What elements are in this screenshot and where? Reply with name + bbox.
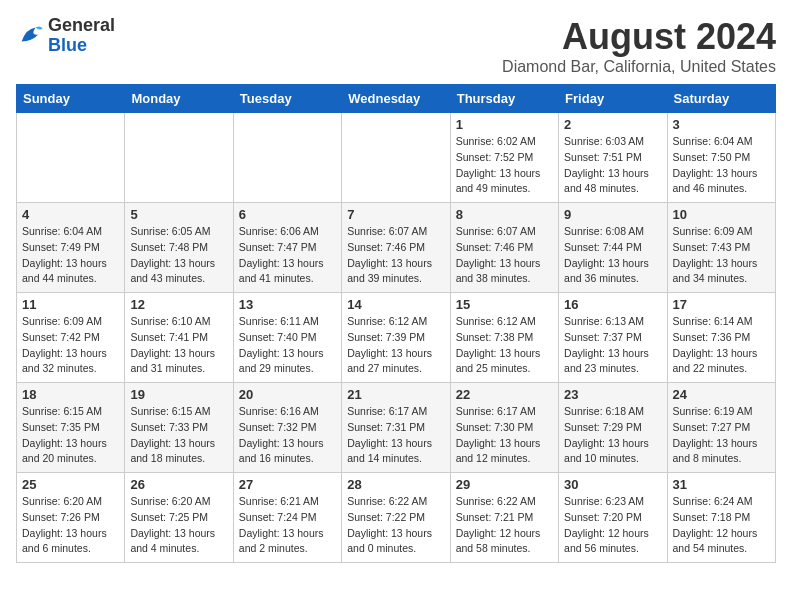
- day-number: 7: [347, 207, 444, 222]
- day-number: 26: [130, 477, 227, 492]
- weekday-header-row: Sunday Monday Tuesday Wednesday Thursday…: [17, 85, 776, 113]
- table-row: 25Sunrise: 6:20 AMSunset: 7:26 PMDayligh…: [17, 473, 125, 563]
- table-row: 28Sunrise: 6:22 AMSunset: 7:22 PMDayligh…: [342, 473, 450, 563]
- day-number: 1: [456, 117, 553, 132]
- header-monday: Monday: [125, 85, 233, 113]
- day-info: Sunrise: 6:02 AMSunset: 7:52 PMDaylight:…: [456, 134, 553, 197]
- calendar-table: Sunday Monday Tuesday Wednesday Thursday…: [16, 84, 776, 563]
- header-thursday: Thursday: [450, 85, 558, 113]
- table-row: 3Sunrise: 6:04 AMSunset: 7:50 PMDaylight…: [667, 113, 775, 203]
- day-info: Sunrise: 6:03 AMSunset: 7:51 PMDaylight:…: [564, 134, 661, 197]
- table-row: 8Sunrise: 6:07 AMSunset: 7:46 PMDaylight…: [450, 203, 558, 293]
- day-info: Sunrise: 6:12 AMSunset: 7:38 PMDaylight:…: [456, 314, 553, 377]
- day-info: Sunrise: 6:20 AMSunset: 7:26 PMDaylight:…: [22, 494, 119, 557]
- day-info: Sunrise: 6:08 AMSunset: 7:44 PMDaylight:…: [564, 224, 661, 287]
- table-row: 12Sunrise: 6:10 AMSunset: 7:41 PMDayligh…: [125, 293, 233, 383]
- table-row: 4Sunrise: 6:04 AMSunset: 7:49 PMDaylight…: [17, 203, 125, 293]
- day-info: Sunrise: 6:22 AMSunset: 7:21 PMDaylight:…: [456, 494, 553, 557]
- day-number: 23: [564, 387, 661, 402]
- table-row: 23Sunrise: 6:18 AMSunset: 7:29 PMDayligh…: [559, 383, 667, 473]
- day-number: 21: [347, 387, 444, 402]
- day-info: Sunrise: 6:04 AMSunset: 7:49 PMDaylight:…: [22, 224, 119, 287]
- day-info: Sunrise: 6:18 AMSunset: 7:29 PMDaylight:…: [564, 404, 661, 467]
- day-info: Sunrise: 6:23 AMSunset: 7:20 PMDaylight:…: [564, 494, 661, 557]
- day-info: Sunrise: 6:05 AMSunset: 7:48 PMDaylight:…: [130, 224, 227, 287]
- table-row: 7Sunrise: 6:07 AMSunset: 7:46 PMDaylight…: [342, 203, 450, 293]
- table-row: 2Sunrise: 6:03 AMSunset: 7:51 PMDaylight…: [559, 113, 667, 203]
- table-row: [17, 113, 125, 203]
- day-number: 10: [673, 207, 770, 222]
- table-row: 14Sunrise: 6:12 AMSunset: 7:39 PMDayligh…: [342, 293, 450, 383]
- day-number: 6: [239, 207, 336, 222]
- day-info: Sunrise: 6:07 AMSunset: 7:46 PMDaylight:…: [456, 224, 553, 287]
- day-number: 22: [456, 387, 553, 402]
- table-row: 6Sunrise: 6:06 AMSunset: 7:47 PMDaylight…: [233, 203, 341, 293]
- day-number: 27: [239, 477, 336, 492]
- header-sunday: Sunday: [17, 85, 125, 113]
- table-row: 29Sunrise: 6:22 AMSunset: 7:21 PMDayligh…: [450, 473, 558, 563]
- calendar-week-row: 1Sunrise: 6:02 AMSunset: 7:52 PMDaylight…: [17, 113, 776, 203]
- calendar-week-row: 25Sunrise: 6:20 AMSunset: 7:26 PMDayligh…: [17, 473, 776, 563]
- day-info: Sunrise: 6:09 AMSunset: 7:42 PMDaylight:…: [22, 314, 119, 377]
- day-number: 16: [564, 297, 661, 312]
- day-info: Sunrise: 6:16 AMSunset: 7:32 PMDaylight:…: [239, 404, 336, 467]
- day-info: Sunrise: 6:13 AMSunset: 7:37 PMDaylight:…: [564, 314, 661, 377]
- day-number: 17: [673, 297, 770, 312]
- day-info: Sunrise: 6:20 AMSunset: 7:25 PMDaylight:…: [130, 494, 227, 557]
- table-row: 17Sunrise: 6:14 AMSunset: 7:36 PMDayligh…: [667, 293, 775, 383]
- header-wednesday: Wednesday: [342, 85, 450, 113]
- day-info: Sunrise: 6:24 AMSunset: 7:18 PMDaylight:…: [673, 494, 770, 557]
- day-info: Sunrise: 6:12 AMSunset: 7:39 PMDaylight:…: [347, 314, 444, 377]
- table-row: 21Sunrise: 6:17 AMSunset: 7:31 PMDayligh…: [342, 383, 450, 473]
- day-number: 9: [564, 207, 661, 222]
- table-row: 5Sunrise: 6:05 AMSunset: 7:48 PMDaylight…: [125, 203, 233, 293]
- table-row: [125, 113, 233, 203]
- page-header: General Blue August 2024 Diamond Bar, Ca…: [16, 16, 776, 76]
- day-number: 18: [22, 387, 119, 402]
- table-row: 15Sunrise: 6:12 AMSunset: 7:38 PMDayligh…: [450, 293, 558, 383]
- table-row: 11Sunrise: 6:09 AMSunset: 7:42 PMDayligh…: [17, 293, 125, 383]
- day-number: 15: [456, 297, 553, 312]
- day-number: 19: [130, 387, 227, 402]
- calendar-week-row: 11Sunrise: 6:09 AMSunset: 7:42 PMDayligh…: [17, 293, 776, 383]
- day-info: Sunrise: 6:21 AMSunset: 7:24 PMDaylight:…: [239, 494, 336, 557]
- table-row: 1Sunrise: 6:02 AMSunset: 7:52 PMDaylight…: [450, 113, 558, 203]
- day-info: Sunrise: 6:19 AMSunset: 7:27 PMDaylight:…: [673, 404, 770, 467]
- table-row: 22Sunrise: 6:17 AMSunset: 7:30 PMDayligh…: [450, 383, 558, 473]
- day-number: 24: [673, 387, 770, 402]
- logo-text: General Blue: [48, 16, 115, 56]
- day-number: 5: [130, 207, 227, 222]
- day-number: 14: [347, 297, 444, 312]
- day-info: Sunrise: 6:15 AMSunset: 7:35 PMDaylight:…: [22, 404, 119, 467]
- day-number: 11: [22, 297, 119, 312]
- day-number: 30: [564, 477, 661, 492]
- day-number: 2: [564, 117, 661, 132]
- day-info: Sunrise: 6:09 AMSunset: 7:43 PMDaylight:…: [673, 224, 770, 287]
- day-info: Sunrise: 6:17 AMSunset: 7:31 PMDaylight:…: [347, 404, 444, 467]
- table-row: 9Sunrise: 6:08 AMSunset: 7:44 PMDaylight…: [559, 203, 667, 293]
- day-number: 13: [239, 297, 336, 312]
- day-info: Sunrise: 6:04 AMSunset: 7:50 PMDaylight:…: [673, 134, 770, 197]
- table-row: 31Sunrise: 6:24 AMSunset: 7:18 PMDayligh…: [667, 473, 775, 563]
- calendar-week-row: 4Sunrise: 6:04 AMSunset: 7:49 PMDaylight…: [17, 203, 776, 293]
- table-row: [342, 113, 450, 203]
- table-row: 19Sunrise: 6:15 AMSunset: 7:33 PMDayligh…: [125, 383, 233, 473]
- day-number: 28: [347, 477, 444, 492]
- day-info: Sunrise: 6:22 AMSunset: 7:22 PMDaylight:…: [347, 494, 444, 557]
- day-number: 20: [239, 387, 336, 402]
- table-row: 16Sunrise: 6:13 AMSunset: 7:37 PMDayligh…: [559, 293, 667, 383]
- day-number: 29: [456, 477, 553, 492]
- table-row: 20Sunrise: 6:16 AMSunset: 7:32 PMDayligh…: [233, 383, 341, 473]
- table-row: 24Sunrise: 6:19 AMSunset: 7:27 PMDayligh…: [667, 383, 775, 473]
- table-row: 30Sunrise: 6:23 AMSunset: 7:20 PMDayligh…: [559, 473, 667, 563]
- day-number: 25: [22, 477, 119, 492]
- day-info: Sunrise: 6:15 AMSunset: 7:33 PMDaylight:…: [130, 404, 227, 467]
- table-row: [233, 113, 341, 203]
- day-number: 4: [22, 207, 119, 222]
- table-row: 13Sunrise: 6:11 AMSunset: 7:40 PMDayligh…: [233, 293, 341, 383]
- day-info: Sunrise: 6:17 AMSunset: 7:30 PMDaylight:…: [456, 404, 553, 467]
- table-row: 18Sunrise: 6:15 AMSunset: 7:35 PMDayligh…: [17, 383, 125, 473]
- day-info: Sunrise: 6:07 AMSunset: 7:46 PMDaylight:…: [347, 224, 444, 287]
- day-number: 3: [673, 117, 770, 132]
- logo-bird-icon: [16, 22, 44, 50]
